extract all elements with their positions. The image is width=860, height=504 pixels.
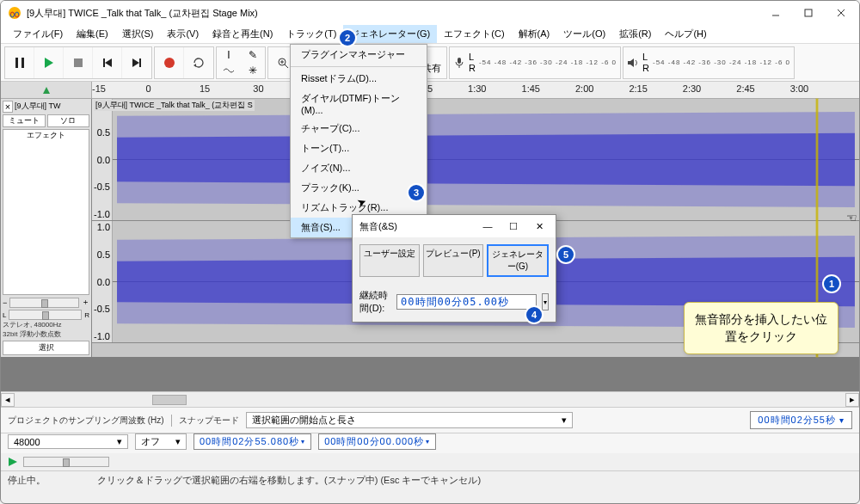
skip-start-button[interactable] bbox=[93, 47, 122, 78]
play-button[interactable] bbox=[34, 47, 64, 78]
skip-end-button[interactable] bbox=[122, 47, 151, 78]
svg-rect-6 bbox=[22, 58, 24, 68]
solo-button[interactable]: ソロ bbox=[47, 114, 90, 127]
preview-button[interactable]: プレビュー(P) bbox=[423, 244, 483, 277]
svg-marker-27 bbox=[43, 87, 50, 94]
waveform-left[interactable] bbox=[113, 99, 859, 220]
ruler-tick: 30 bbox=[253, 83, 263, 94]
selection-tool[interactable]: I bbox=[217, 47, 241, 63]
spk-meter-scale: -54 -48 -42 -36 -30 -24 -18 -12 -6 0 bbox=[653, 58, 790, 66]
menu-track[interactable]: トラック(T) bbox=[280, 25, 343, 43]
multi-tool[interactable]: ✳ bbox=[241, 63, 265, 78]
menu-edit[interactable]: 編集(E) bbox=[70, 25, 115, 43]
menu-record[interactable]: 録音と再生(N) bbox=[206, 25, 280, 43]
menu-extra[interactable]: 拡張(R) bbox=[612, 25, 658, 43]
ruler-tick: 2:30 bbox=[683, 83, 701, 94]
selection-length-field[interactable]: 00時間00分00.000秒▾ bbox=[318, 433, 436, 450]
speaker-icon bbox=[627, 57, 639, 69]
playback-state: 停止中。 bbox=[8, 474, 46, 487]
selection-toolbar: プロジェクトのサンプリング周波数 (Hz) スナップモード 選択範囲の開始点と長… bbox=[1, 407, 859, 433]
track-select-button[interactable]: 選択 bbox=[3, 341, 89, 355]
selection-mode-dropdown[interactable]: 選択範囲の開始点と長さ▾ bbox=[246, 412, 573, 428]
horizontal-scrollbar[interactable]: ◂ ▸ bbox=[1, 391, 859, 407]
menu-risset[interactable]: Rissetドラム(D)... bbox=[291, 69, 427, 89]
track-close-button[interactable]: × bbox=[3, 101, 13, 113]
dialog-close-button[interactable]: ✕ bbox=[526, 216, 552, 237]
speed-slider[interactable] bbox=[23, 457, 109, 467]
dialog-max-button[interactable]: ☐ bbox=[501, 216, 526, 237]
preset-button[interactable]: ユーザー設定 bbox=[359, 244, 420, 277]
empty-track-area[interactable] bbox=[1, 357, 859, 391]
duration-unit-dropdown[interactable]: ▾ bbox=[542, 293, 549, 310]
amplitude-scale: 1.00.50.0-0.5-1.0 bbox=[92, 221, 113, 342]
mic-meter-scale: -54 -48 -42 -36 -30 -24 -18 -12 -6 0 bbox=[479, 58, 617, 66]
amplitude-scale: 1.00.50.0-0.5-1.0 bbox=[92, 99, 113, 220]
menu-effect[interactable]: エフェクト(C) bbox=[437, 25, 511, 43]
dialog-min-button[interactable]: — bbox=[475, 216, 501, 237]
ruler-tick: 0 bbox=[145, 83, 150, 94]
draw-tool[interactable]: ✎ bbox=[241, 47, 265, 63]
step-badge-2: 2 bbox=[340, 30, 355, 46]
svg-rect-2 bbox=[805, 9, 812, 16]
mute-button[interactable]: ミュート bbox=[3, 114, 46, 127]
play-at-speed-bar bbox=[1, 453, 859, 470]
ruler-tick: 15 bbox=[200, 83, 210, 94]
menu-noise[interactable]: ノイズ(N)... bbox=[291, 158, 427, 178]
menu-generate[interactable]: ジェネレーター(G) bbox=[343, 25, 437, 43]
dialog-titlebar[interactable]: 無音(&S) — ☐ ✕ bbox=[353, 215, 556, 237]
ruler-tick: 1:30 bbox=[468, 83, 486, 94]
scroll-right-button[interactable]: ▸ bbox=[845, 393, 859, 407]
gain-slider[interactable] bbox=[9, 298, 79, 308]
snap-dropdown[interactable]: オフ▾ bbox=[135, 433, 187, 450]
record-button[interactable] bbox=[155, 47, 184, 78]
menu-select[interactable]: 選択(S) bbox=[115, 25, 161, 43]
svg-marker-14 bbox=[194, 64, 196, 67]
menu-plugin-manager[interactable]: プラグインマネージャー bbox=[291, 45, 427, 65]
menu-help[interactable]: ヘルプ(H) bbox=[658, 25, 713, 43]
menu-file[interactable]: ファイル(F) bbox=[6, 25, 70, 43]
menu-analyze[interactable]: 解析(A) bbox=[512, 25, 557, 43]
pan-slider[interactable] bbox=[9, 310, 82, 320]
effects-button[interactable]: エフェクト bbox=[3, 129, 89, 295]
menu-tool[interactable]: ツール(O) bbox=[556, 25, 612, 43]
step-badge-3: 3 bbox=[408, 185, 424, 200]
close-button[interactable] bbox=[825, 1, 857, 25]
big-time-display[interactable]: 00時間02分55秒▾ bbox=[750, 411, 852, 429]
scroll-left-button[interactable]: ◂ bbox=[1, 393, 15, 407]
loop-button[interactable] bbox=[184, 47, 213, 78]
ruler-tick: 2:15 bbox=[629, 83, 647, 94]
menu-dtmf[interactable]: ダイヤル(DTMF)トーン(M)... bbox=[291, 89, 427, 119]
play-at-speed-button[interactable] bbox=[8, 457, 18, 467]
menu-bar: ファイル(F) 編集(E) 選択(S) 表示(V) 録音と再生(N) トラック(… bbox=[1, 25, 859, 44]
clip-title[interactable]: [9人早대] TWICE _Talk that Talk_ (교차편집 S bbox=[94, 100, 255, 111]
track-name[interactable]: [9人早대] TW bbox=[15, 101, 89, 113]
svg-rect-5 bbox=[15, 58, 18, 68]
menu-chirp[interactable]: チャープ(C)... bbox=[291, 119, 427, 138]
record-meter[interactable]: LR -54 -48 -42 -36 -30 -24 -18 -12 -6 0 bbox=[449, 46, 621, 79]
track-control-panel: × [9人早대] TW ミュート ソロ エフェクト −＋ LR ステレオ, 48… bbox=[1, 99, 92, 357]
maximize-button[interactable] bbox=[792, 1, 825, 25]
envelope-tool[interactable] bbox=[217, 63, 241, 78]
ruler-gutter bbox=[1, 82, 92, 98]
stop-button[interactable] bbox=[64, 47, 93, 78]
duration-input[interactable] bbox=[396, 294, 537, 310]
sample-rate-label: プロジェクトのサンプリング周波数 (Hz) bbox=[8, 415, 164, 427]
dialog-title: 無音(&S) bbox=[359, 220, 475, 233]
playback-meter[interactable]: LR -54 -48 -42 -36 -30 -24 -18 -12 -6 0 bbox=[623, 46, 795, 79]
app-logo-icon bbox=[8, 6, 22, 20]
menu-tone[interactable]: トーン(T)... bbox=[291, 138, 427, 158]
pause-button[interactable] bbox=[5, 47, 34, 78]
svg-marker-32 bbox=[9, 458, 17, 466]
minimize-button[interactable] bbox=[759, 1, 792, 25]
svg-point-13 bbox=[164, 58, 175, 68]
track-format-1: ステレオ, 48000Hz bbox=[3, 322, 89, 329]
sample-rate-dropdown[interactable]: 48000▾ bbox=[8, 434, 128, 449]
menu-view[interactable]: 表示(V) bbox=[160, 25, 206, 43]
window-title: [9人早대] TWICE _Talk that Talk_ (교차편집 Stag… bbox=[27, 7, 759, 20]
selection-start-field[interactable]: 00時間02分55.080秒▾ bbox=[194, 433, 311, 450]
pin-icon bbox=[41, 85, 52, 95]
generate-button[interactable]: ジェネレーター(G) bbox=[487, 244, 549, 277]
status-hint: クリック＆ドラッグで選択範囲の右端を移動します。(スナップ中) (Esc キーで… bbox=[97, 474, 481, 487]
timeline-ruler[interactable]: -15 0 15 30 45 1:00 1:15 1:30 1:45 2:00 … bbox=[92, 82, 859, 98]
scroll-thumb[interactable] bbox=[152, 395, 187, 405]
